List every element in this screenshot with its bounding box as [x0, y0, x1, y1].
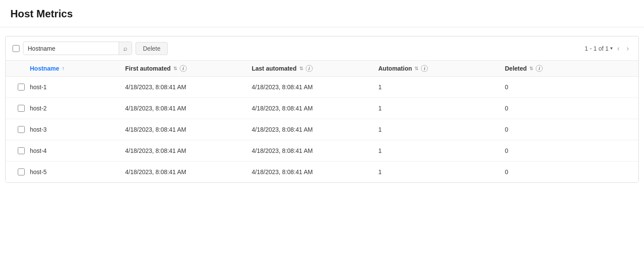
sort-icon-first-automated[interactable]: ⇅ [173, 66, 177, 71]
cell-automation-2: 1 [379, 126, 505, 133]
cell-first-automated-3: 4/18/2023, 8:08:41 AM [125, 147, 252, 154]
info-icon-first-automated[interactable]: i [180, 65, 187, 72]
row-checkbox-cell-1 [13, 105, 30, 112]
cell-first-automated-4: 4/18/2023, 8:08:41 AM [125, 168, 252, 175]
table-row: host-3 4/18/2023, 8:08:41 AM 4/18/2023, … [6, 119, 638, 140]
col-header-hostname: Hostname ↑ [30, 65, 125, 72]
cell-deleted-3: 0 [505, 147, 631, 154]
row-checkbox-0[interactable] [18, 84, 25, 91]
info-icon-last-automated[interactable]: i [306, 65, 313, 72]
row-checkbox-cell-2 [13, 126, 30, 133]
cell-last-automated-0: 4/18/2023, 8:08:41 AM [252, 84, 378, 91]
delete-button[interactable]: Delete [136, 42, 168, 55]
pagination-info[interactable]: 1 - 1 of 1 ▾ [585, 45, 613, 52]
cell-hostname-0: host-1 [30, 84, 125, 91]
sort-icon-automation[interactable]: ⇅ [414, 66, 418, 71]
search-button[interactable]: ⌕ [119, 42, 132, 55]
pagination-next-button[interactable]: › [624, 44, 631, 53]
table-row: host-4 4/18/2023, 8:08:41 AM 4/18/2023, … [6, 140, 638, 162]
cell-deleted-1: 0 [505, 105, 631, 112]
info-icon-automation[interactable]: i [421, 65, 428, 72]
row-checkbox-cell-4 [13, 168, 30, 175]
cell-hostname-4: host-5 [30, 168, 125, 175]
row-checkbox-cell-0 [13, 84, 30, 91]
col-label-automation: Automation [379, 65, 412, 72]
cell-automation-3: 1 [379, 147, 505, 154]
cell-last-automated-4: 4/18/2023, 8:08:41 AM [252, 168, 378, 175]
row-checkbox-cell-3 [13, 147, 30, 154]
cell-last-automated-3: 4/18/2023, 8:08:41 AM [252, 147, 378, 154]
row-checkbox-4[interactable] [18, 168, 25, 175]
cell-automation-0: 1 [379, 84, 505, 91]
table-row: host-1 4/18/2023, 8:08:41 AM 4/18/2023, … [6, 77, 638, 98]
sort-icon-last-automated[interactable]: ⇅ [299, 66, 303, 71]
cell-deleted-4: 0 [505, 168, 631, 175]
cell-automation-1: 1 [379, 105, 505, 112]
cell-hostname-1: host-2 [30, 105, 125, 112]
cell-first-automated-0: 4/18/2023, 8:08:41 AM [125, 84, 252, 91]
row-checkbox-2[interactable] [18, 126, 25, 133]
search-icon: ⌕ [123, 45, 127, 52]
search-input[interactable] [23, 42, 119, 55]
cell-automation-4: 1 [379, 168, 505, 175]
row-checkbox-3[interactable] [18, 147, 25, 154]
select-all-checkbox[interactable] [13, 45, 19, 52]
cell-hostname-3: host-4 [30, 147, 125, 154]
cell-first-automated-1: 4/18/2023, 8:08:41 AM [125, 105, 252, 112]
col-label-last-automated: Last automated [252, 65, 296, 72]
cell-last-automated-2: 4/18/2023, 8:08:41 AM [252, 126, 378, 133]
toolbar: ⌕ Delete 1 - 1 of 1 ▾ ‹ › [6, 36, 638, 61]
sort-icon-deleted[interactable]: ⇅ [529, 66, 533, 71]
col-label-hostname: Hostname [30, 65, 59, 72]
pagination-prev-button[interactable]: ‹ [615, 44, 622, 53]
info-icon-deleted[interactable]: i [536, 65, 543, 72]
col-header-automation: Automation ⇅ i [379, 65, 505, 72]
col-header-first-automated: First automated ⇅ i [125, 65, 252, 72]
sort-icon-hostname[interactable]: ↑ [62, 65, 65, 71]
page-title: Host Metrics [0, 0, 644, 27]
table-header: Hostname ↑ First automated ⇅ i Last auto… [6, 61, 638, 77]
host-metrics-table-container: ⌕ Delete 1 - 1 of 1 ▾ ‹ › Hostname ↑ Fir… [5, 36, 639, 183]
search-wrapper: ⌕ [23, 42, 132, 55]
col-label-deleted: Deleted [505, 65, 527, 72]
cell-first-automated-2: 4/18/2023, 8:08:41 AM [125, 126, 252, 133]
cell-deleted-2: 0 [505, 126, 631, 133]
table-body: host-1 4/18/2023, 8:08:41 AM 4/18/2023, … [6, 77, 638, 182]
col-header-last-automated: Last automated ⇅ i [252, 65, 378, 72]
cell-deleted-0: 0 [505, 84, 631, 91]
cell-last-automated-1: 4/18/2023, 8:08:41 AM [252, 105, 378, 112]
chevron-down-icon: ▾ [610, 45, 613, 51]
pagination: 1 - 1 of 1 ▾ ‹ › [585, 44, 631, 53]
col-header-deleted: Deleted ⇅ i [505, 65, 631, 72]
table-row: host-5 4/18/2023, 8:08:41 AM 4/18/2023, … [6, 162, 638, 182]
cell-hostname-2: host-3 [30, 126, 125, 133]
pagination-range: 1 - 1 of 1 [585, 45, 608, 52]
col-label-first-automated: First automated [125, 65, 171, 72]
row-checkbox-1[interactable] [18, 105, 25, 112]
table-row: host-2 4/18/2023, 8:08:41 AM 4/18/2023, … [6, 98, 638, 119]
